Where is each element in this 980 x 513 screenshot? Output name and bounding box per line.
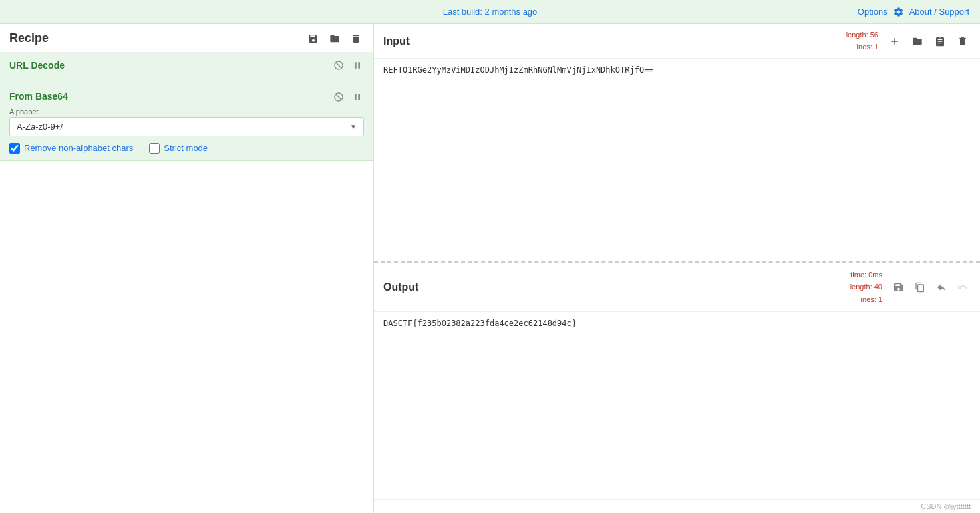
url-decode-header: URL Decode xyxy=(9,59,364,71)
main-layout: Recipe URL Decode xyxy=(0,24,980,513)
input-add-btn[interactable] xyxy=(886,34,903,49)
last-build-label: Last build: 2 months ago xyxy=(443,7,538,17)
output-actions xyxy=(890,280,971,295)
alphabet-value: A-Za-z0-9+/= xyxy=(17,122,68,132)
remove-nonalpha-label: Remove non-alphabet chars xyxy=(24,143,133,153)
remove-nonalpha-checkbox[interactable] xyxy=(9,143,20,154)
right-panel: Input length: 56 lines: 1 xyxy=(374,24,980,513)
input-open-btn[interactable] xyxy=(909,34,925,49)
output-meta: time: 0ms length: 40 lines: 1 xyxy=(850,269,882,306)
output-content: DASCTF{f235b02382a223fda4ce2ec62148d94c} xyxy=(374,312,980,499)
recipe-title: Recipe xyxy=(9,31,300,45)
input-lines-label: lines: xyxy=(855,43,872,51)
open-recipe-button[interactable] xyxy=(327,31,343,45)
output-lines-label: lines: xyxy=(859,295,876,303)
input-length-value: 56 xyxy=(870,31,878,39)
output-lines-value: 1 xyxy=(878,295,882,303)
save-recipe-button[interactable] xyxy=(305,31,321,45)
top-bar: Last build: 2 months ago Options About /… xyxy=(0,0,980,24)
from-base64-disable-btn[interactable] xyxy=(332,90,345,102)
output-header: Output time: 0ms length: 40 lines: 1 xyxy=(374,263,980,312)
url-decode-pause-btn[interactable] xyxy=(351,59,364,71)
input-section: Input length: 56 lines: 1 xyxy=(374,24,980,263)
from-base64-block: From Base64 Alphabet xyxy=(0,83,373,160)
output-title: Output xyxy=(383,281,418,293)
from-base64-name: From Base64 xyxy=(9,91,68,102)
delete-recipe-button[interactable] xyxy=(348,31,364,45)
output-section: Output time: 0ms length: 40 lines: 1 xyxy=(374,263,980,500)
input-textarea[interactable] xyxy=(374,59,980,261)
output-length-label: length: xyxy=(850,283,872,291)
about-support-link[interactable]: About / Support xyxy=(909,7,969,17)
output-undo-btn[interactable] xyxy=(955,280,971,295)
strict-mode-checkbox[interactable] xyxy=(149,143,160,154)
alphabet-select[interactable]: A-Za-z0-9+/= ▼ xyxy=(9,117,364,136)
from-base64-pause-btn[interactable] xyxy=(351,90,364,102)
from-base64-controls xyxy=(332,90,364,102)
output-time-label: time: xyxy=(850,271,866,279)
url-decode-name: URL Decode xyxy=(9,60,65,71)
input-meta: length: 56 lines: 1 xyxy=(846,29,878,53)
from-base64-header: From Base64 xyxy=(9,90,364,102)
input-title: Input xyxy=(383,35,410,47)
footer-attribution: CSDN @jyttttttt xyxy=(374,499,980,513)
checkbox-row: Remove non-alphabet chars Strict mode xyxy=(9,143,364,154)
input-paste-btn[interactable] xyxy=(932,34,948,49)
input-lines-value: 1 xyxy=(874,43,878,51)
url-decode-controls xyxy=(332,59,364,71)
left-panel: Recipe URL Decode xyxy=(0,24,374,513)
options-link[interactable]: Options xyxy=(858,7,888,17)
input-header: Input length: 56 lines: 1 xyxy=(374,24,980,59)
input-length-label: length: xyxy=(846,31,868,39)
gear-icon[interactable] xyxy=(893,7,904,17)
url-decode-disable-btn[interactable] xyxy=(332,59,345,71)
remove-nonalpha-checkbox-item[interactable]: Remove non-alphabet chars xyxy=(9,143,133,154)
input-delete-btn[interactable] xyxy=(955,34,971,49)
strict-mode-label: Strict mode xyxy=(164,143,208,153)
output-send-btn[interactable] xyxy=(933,280,949,295)
output-time-value: 0ms xyxy=(868,271,882,279)
url-decode-block: URL Decode xyxy=(0,53,373,83)
strict-mode-checkbox-item[interactable]: Strict mode xyxy=(149,143,208,154)
alphabet-label: Alphabet xyxy=(9,108,364,116)
dropdown-arrow-icon: ▼ xyxy=(350,123,357,130)
output-copy-btn[interactable] xyxy=(912,280,928,295)
output-save-btn[interactable] xyxy=(890,280,907,295)
input-actions xyxy=(886,34,971,49)
recipe-header: Recipe xyxy=(0,24,373,53)
output-length-value: 40 xyxy=(874,283,882,291)
